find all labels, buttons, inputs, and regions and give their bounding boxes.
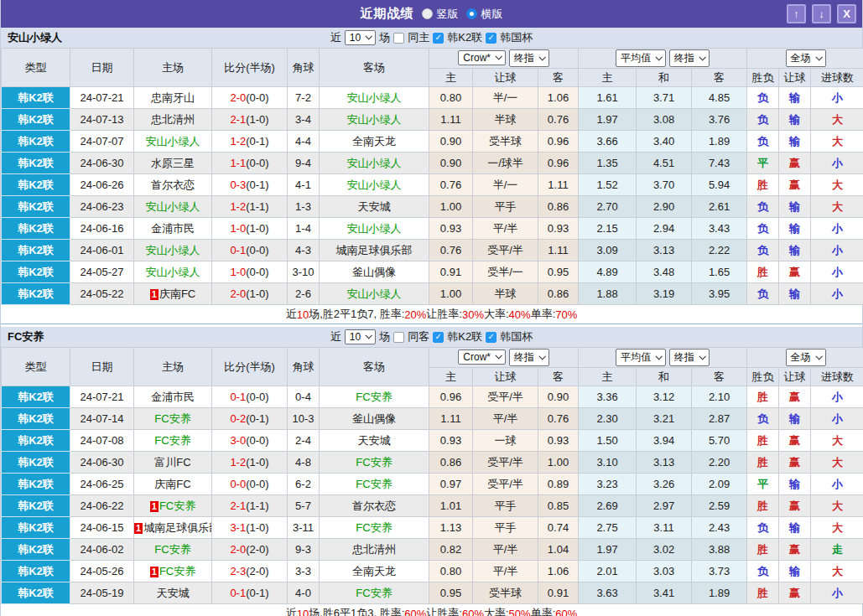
same-venue-label: 同主 xyxy=(408,30,429,45)
team-label: 首尔衣恋 xyxy=(151,179,195,191)
result-cell: 赢 xyxy=(779,261,811,283)
odds-cell: 受半球 xyxy=(473,582,538,604)
odds-time-select-2[interactable]: 终指 xyxy=(669,49,710,67)
away-team-cell: FC安养 xyxy=(320,517,429,539)
result-cell: 大 xyxy=(811,517,863,539)
result-cell: 输 xyxy=(779,240,811,261)
odds-cell: 半/一 xyxy=(473,87,538,109)
score-cell: 3-1(1-0) xyxy=(212,517,288,539)
league-cell: 韩K2联 xyxy=(2,430,70,452)
games-count-select[interactable]: 10 xyxy=(345,329,376,344)
result-cell: 小 xyxy=(811,408,863,430)
summary-segment: 场,胜2平1负7, 胜率: xyxy=(309,307,404,322)
score-cell: 0-1(0-0) xyxy=(212,386,288,408)
odds-cell: 0.93 xyxy=(429,430,473,452)
team-label: 安山小绿人 xyxy=(347,91,402,104)
same-venue-checkbox[interactable] xyxy=(393,332,404,343)
team-label: 釜山偶像 xyxy=(352,266,396,278)
half-score: (0-1) xyxy=(246,135,268,148)
bookmaker-select[interactable]: Crow* xyxy=(458,349,506,365)
team-label: 忠北清州 xyxy=(151,113,195,126)
cup-checkbox[interactable]: ✓ xyxy=(486,33,496,44)
full-score: 1-2 xyxy=(230,135,246,148)
table-header: 类型日期主场比分(半场)角球客场Crow* 终指平均值 终指全场主让球客主和客胜… xyxy=(2,49,863,87)
same-venue-checkbox[interactable] xyxy=(393,33,404,44)
half-score: (0-0) xyxy=(246,478,268,490)
radio-vertical-icon[interactable] xyxy=(422,8,433,19)
match-row: 韩K2联24-06-30富川FC1-2(1-0)4-8FC安养0.86受平/半1… xyxy=(2,452,863,474)
odds-time-select[interactable]: 终指 xyxy=(509,49,549,67)
date-cell: 24-07-21 xyxy=(70,87,134,109)
odds-cell: 0.80 xyxy=(429,561,473,582)
team-label: 安山小绿人 xyxy=(347,179,402,191)
result-cell: 输 xyxy=(779,131,811,153)
fulltime-select[interactable]: 全场 xyxy=(786,49,826,67)
summary-segment: 40% xyxy=(509,308,531,321)
match-row: 韩K2联24-07-21忠南牙山2-0(0-0)7-2安山小绿人0.80半/一1… xyxy=(2,87,863,109)
score-cell: 1-2(1-0) xyxy=(212,452,288,474)
chevron-down-icon xyxy=(366,332,372,339)
bookmaker-select[interactable]: Crow* xyxy=(458,50,506,65)
arrow-down-icon: ↓ xyxy=(819,8,824,20)
league-cell: 韩K2联 xyxy=(2,539,70,561)
chevron-down-icon xyxy=(495,352,502,359)
league-cell: 韩K2联 xyxy=(2,153,70,174)
layout-radio-vertical[interactable]: 竖版 xyxy=(422,7,459,22)
odds-time-select-2[interactable]: 终指 xyxy=(669,349,710,366)
half-score: (1-1) xyxy=(246,500,268,512)
odds-cell: 受半球 xyxy=(473,131,538,153)
half-score: (0-1) xyxy=(246,587,268,599)
fulltime-header-cell: 全场 xyxy=(747,49,863,69)
close-button[interactable]: X xyxy=(837,4,856,23)
corners-cell: 1-3 xyxy=(288,196,320,218)
summary-segment: 70% xyxy=(555,308,577,321)
scroll-down-button[interactable]: ↓ xyxy=(812,4,831,23)
chevron-down-icon xyxy=(815,353,822,360)
average-select-value: 平均值 xyxy=(621,350,651,365)
match-row: 韩K2联24-06-01安山小绿人0-1(0-0)4-3城南足球俱乐部0.76受… xyxy=(2,240,863,261)
average-odds-cell: 3.71 xyxy=(637,87,692,109)
average-odds-cell: 3.21 xyxy=(637,408,692,430)
sub-column-header: 和 xyxy=(637,368,692,386)
league-cell: 韩K2联 xyxy=(2,87,70,109)
filter-row: FC安养近10场同客✓韩K2联✓韩国杯 xyxy=(1,327,862,347)
date-cell: 24-06-02 xyxy=(70,539,134,561)
score-cell: 1-2(1-1) xyxy=(212,196,288,218)
league-checkbox[interactable]: ✓ xyxy=(433,332,444,343)
score-cell: 0-3(0-1) xyxy=(212,174,288,196)
rank-badge: 1 xyxy=(150,501,159,512)
score-cell: 3-0(0-0) xyxy=(212,430,288,452)
result-cell: 小 xyxy=(811,283,863,305)
radio-horizontal-icon[interactable] xyxy=(466,8,477,19)
league-cell: 韩K2联 xyxy=(2,109,70,131)
corners-cell: 6-2 xyxy=(288,474,320,495)
games-count-select[interactable]: 10 xyxy=(345,30,376,45)
date-cell: 24-06-25 xyxy=(70,474,134,495)
column-header: 类型 xyxy=(2,49,70,87)
full-score: 0-0 xyxy=(230,478,246,490)
half-score: (0-1) xyxy=(246,179,268,191)
team-label: FC安养 xyxy=(356,587,392,599)
odds-cell: 0.76 xyxy=(538,408,579,430)
odds-cell: 0.93 xyxy=(429,218,473,240)
scroll-up-button[interactable]: ↑ xyxy=(787,4,806,23)
league-cell: 韩K2联 xyxy=(2,196,70,218)
cup-checkbox[interactable]: ✓ xyxy=(486,332,496,343)
average-odds-cell: 1.35 xyxy=(579,153,637,174)
games-count-select-value: 10 xyxy=(350,331,361,343)
result-cell: 大 xyxy=(811,452,863,474)
sub-column-header: 客 xyxy=(538,368,579,386)
average-select[interactable]: 平均值 xyxy=(616,349,666,366)
column-header: 角球 xyxy=(288,348,320,386)
average-select[interactable]: 平均值 xyxy=(616,49,666,67)
team-label: 天安城 xyxy=(358,200,391,213)
odds-time-select[interactable]: 终指 xyxy=(509,349,549,366)
average-odds-cell: 3.19 xyxy=(637,283,692,305)
half-score: (2-0) xyxy=(246,543,268,556)
half-score: (1-0) xyxy=(246,113,268,126)
layout-radio-horizontal[interactable]: 横版 xyxy=(466,7,503,22)
fulltime-select[interactable]: 全场 xyxy=(786,349,826,366)
average-odds-cell: 2.87 xyxy=(692,408,747,430)
league-checkbox[interactable]: ✓ xyxy=(433,33,444,44)
result-cell: 赢 xyxy=(779,452,811,474)
